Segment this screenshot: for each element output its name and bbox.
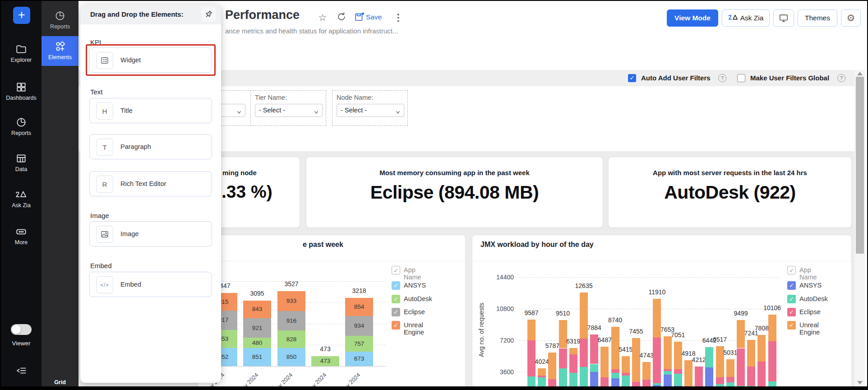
bar-segment-autodesk[interactable]: [664, 371, 672, 375]
pin-icon[interactable]: [201, 7, 216, 22]
legend-checkbox-unreal-engine[interactable]: ✓: [787, 321, 796, 330]
bar-segment-autodesk[interactable]: [726, 382, 734, 386]
help-icon[interactable]: ?: [837, 74, 845, 82]
bar-segment-eclipse[interactable]: [600, 377, 609, 386]
scrollbar-thumb[interactable]: [856, 77, 864, 254]
bar-segment-eclipse[interactable]: [632, 382, 640, 386]
bar-segment-unreal-engine[interactable]: [622, 356, 630, 373]
legend-checkbox-unreal-engine[interactable]: ✓: [392, 321, 400, 330]
bar-segment-autodesk[interactable]: [705, 347, 713, 368]
bar-segment-eclipse[interactable]: [642, 380, 651, 386]
themes-button[interactable]: Themes: [798, 9, 837, 27]
viewer-toggle[interactable]: [11, 324, 32, 335]
bar-segment-unreal-engine[interactable]: [726, 359, 734, 377]
legend-checkbox-ansys[interactable]: ✓: [392, 281, 400, 290]
bar-segment-eclipse[interactable]: [695, 367, 703, 386]
bar-segment-autodesk[interactable]: [611, 373, 619, 378]
bar-segment-eclipse[interactable]: [726, 377, 734, 382]
element-item-image[interactable]: Image: [89, 221, 212, 246]
bar-segment-unreal-engine[interactable]: [747, 340, 755, 366]
element-item-paragraph[interactable]: TParagraph: [89, 134, 212, 159]
bar-segment-unreal-engine[interactable]: [757, 335, 766, 361]
bar-segment-autodesk[interactable]: [559, 368, 567, 386]
bar-segment-autodesk[interactable]: [622, 376, 630, 386]
bar-segment-eclipse[interactable]: [747, 367, 755, 386]
rail-item-elements[interactable]: Elements: [42, 36, 78, 66]
scroll-down-arrow[interactable]: [857, 381, 863, 385]
more-options-icon[interactable]: ⋮: [392, 12, 404, 23]
element-item-widget[interactable]: Widget: [89, 47, 212, 73]
bar-segment-eclipse[interactable]: [653, 338, 661, 383]
help-icon[interactable]: ?: [718, 74, 726, 82]
bar-segment-autodesk[interactable]: [768, 381, 776, 386]
bar-segment-autodesk[interactable]: [538, 377, 546, 386]
element-item-title[interactable]: HTitle: [89, 98, 212, 123]
collapse-sidebar-icon[interactable]: [16, 365, 28, 376]
bar-segment-ansys[interactable]: [674, 386, 682, 386]
bar-segment-eclipse[interactable]: [559, 348, 567, 369]
bar-segment-unreal-engine[interactable]: [642, 362, 651, 380]
sidebar-item-ask-zia[interactable]: Ask Zia: [1, 189, 42, 209]
bar-segment-ansys[interactable]: [664, 375, 672, 386]
bar-segment-autodesk[interactable]: [569, 373, 577, 386]
sidebar-item-more[interactable]: More: [1, 226, 42, 246]
ask-zia-button[interactable]: Ask Zia: [722, 9, 770, 27]
bar-segment-eclipse[interactable]: [569, 354, 577, 373]
bar-segment-autodesk[interactable]: [580, 367, 588, 386]
bar-segment-autodesk[interactable]: [674, 374, 682, 386]
rail-item-reports[interactable]: Reports: [42, 5, 78, 33]
bar-segment-unreal-engine[interactable]: [664, 336, 672, 369]
bar-segment-eclipse[interactable]: [757, 362, 766, 387]
filter-select[interactable]: - Select -: [337, 104, 404, 117]
bar-segment-autodesk[interactable]: [716, 384, 724, 386]
bar-segment-autodesk[interactable]: [737, 386, 745, 386]
scroll-up-arrow[interactable]: [857, 72, 863, 75]
bar-segment-unreal-engine[interactable]: [580, 292, 588, 339]
bar-segment-autodesk[interactable]: [747, 386, 755, 386]
settings-gear-icon[interactable]: ⚙: [841, 9, 861, 27]
legend-checkbox-ansys[interactable]: ✓: [787, 281, 796, 290]
bar-segment-unreal-engine[interactable]: [684, 360, 693, 386]
bar-segment-eclipse[interactable]: [611, 369, 619, 373]
bar-segment-eclipse[interactable]: [768, 341, 776, 382]
bar-segment-eclipse[interactable]: [664, 369, 672, 371]
save-button[interactable]: Save: [354, 12, 386, 23]
make-user-filters-global-checkbox[interactable]: [737, 74, 745, 82]
legend-checkbox-eclipse[interactable]: ✓: [787, 308, 796, 316]
bar-segment-unreal-engine[interactable]: [527, 320, 536, 340]
bar-segment-eclipse[interactable]: [716, 377, 724, 385]
bar-segment-unreal-engine[interactable]: [600, 347, 609, 377]
legend-header-checkbox[interactable]: ✓: [392, 266, 400, 274]
bar-segment-unreal-engine[interactable]: [768, 315, 776, 341]
bar-segment-ansys[interactable]: [611, 378, 619, 386]
sidebar-item-data[interactable]: Data: [1, 153, 42, 172]
element-item-rich-text-editor[interactable]: RRich Text Editor: [89, 171, 212, 196]
bar-segment-ansys[interactable]: [590, 372, 598, 386]
bar-segment-eclipse[interactable]: [548, 379, 556, 386]
sidebar-item-reports[interactable]: Reports: [1, 116, 42, 136]
sidebar-item-dashboards[interactable]: Dashboards: [1, 81, 42, 101]
bar-segment-eclipse[interactable]: [622, 373, 630, 376]
bar-segment-autodesk[interactable]: [653, 383, 661, 385]
vertical-scrollbar[interactable]: [854, 70, 865, 386]
bar-segment-eclipse[interactable]: [737, 348, 745, 386]
filter-select[interactable]: - Select -: [255, 104, 323, 117]
refresh-icon[interactable]: [336, 12, 347, 23]
bar-segment-unreal-engine[interactable]: [548, 353, 556, 379]
bar-segment-eclipse[interactable]: [580, 339, 588, 367]
bar-segment-eclipse[interactable]: [538, 376, 546, 377]
element-item-embed[interactable]: </>Embed: [89, 272, 212, 297]
auto-add-user-filters-checkbox[interactable]: ✓: [628, 74, 636, 82]
presentation-button[interactable]: [773, 9, 794, 27]
bar-segment-unreal-engine[interactable]: [569, 348, 577, 354]
legend-checkbox-autodesk[interactable]: ✓: [392, 295, 400, 303]
legend-checkbox-eclipse[interactable]: ✓: [392, 308, 400, 316]
bar-segment-ansys[interactable]: [705, 367, 713, 386]
sidebar-item-explorer[interactable]: Explorer: [1, 43, 42, 63]
view-mode-button[interactable]: View Mode: [667, 9, 718, 27]
legend-checkbox-autodesk[interactable]: ✓: [787, 295, 796, 303]
bar-segment-autodesk[interactable]: [527, 376, 536, 386]
bar-segment-unreal-engine[interactable]: [538, 368, 546, 376]
favorite-star-icon[interactable]: ☆: [317, 12, 328, 23]
legend-header-checkbox[interactable]: ✓: [787, 266, 796, 274]
